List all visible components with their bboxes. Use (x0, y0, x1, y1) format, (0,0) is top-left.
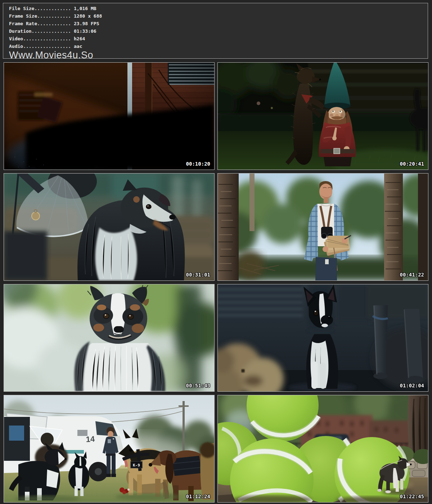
timestamp-overlay: 01:02:04 (400, 383, 424, 388)
tan-cheek-right (132, 324, 144, 333)
duty-belt (106, 454, 116, 456)
screenshot-thumb-8[interactable]: 01:22:45 (217, 395, 428, 503)
face (108, 431, 113, 437)
tan-brow-left (97, 305, 106, 310)
nose (114, 326, 124, 333)
timestamp-overlay: 01:12:24 (186, 494, 210, 499)
site-watermark: Www.Movies4u.So (9, 50, 428, 60)
timestamp-overlay: 01:22:45 (400, 494, 424, 499)
right-edge-dog (200, 442, 214, 500)
screenshot-thumb-1[interactable]: 00:10:20 (4, 62, 215, 170)
tan-brow (133, 196, 140, 203)
screenshot-thumb-7[interactable]: 14 (4, 395, 215, 503)
porch-steps (308, 63, 428, 120)
screenshot-grid: 00:10:20 (4, 62, 428, 503)
scene-art-tennis-balls (218, 395, 428, 502)
white-chin (321, 324, 328, 327)
left-eye (103, 314, 109, 319)
scene-art-gnome (218, 63, 428, 170)
boston-muzzle (321, 315, 333, 325)
thin-trunk (249, 174, 255, 231)
info-duration: Duration.............. 01:33:06 (9, 27, 428, 35)
info-audio: Audio................. aac (9, 42, 428, 50)
screenshot-thumb-6[interactable]: 01:02:04 (217, 284, 428, 392)
scene-art-aussie-portrait (4, 284, 214, 391)
k9-patch-label: K-9 (133, 463, 140, 468)
pine-trunk-right (384, 174, 403, 280)
blue-crate (9, 426, 24, 441)
screenshot-thumb-5[interactable]: 00:51:43 (4, 284, 215, 392)
scene-art-barn-dogs (4, 174, 214, 280)
nose (169, 215, 176, 220)
dog-tag (32, 212, 40, 220)
info-frame-rate: Frame Rate............ 23.98 FPS (9, 20, 428, 27)
timestamp-overlay: 00:41:22 (400, 272, 424, 278)
background-slats (218, 284, 302, 320)
info-frame-size: Frame Size............ 1280 x 688 (9, 12, 428, 20)
eye (146, 204, 151, 209)
gnome-boots (324, 157, 352, 166)
screenshot-thumb-4[interactable]: 00:41:22 (217, 173, 428, 281)
media-info-panel: File Size............. 1,016 MB Frame Si… (3, 3, 428, 59)
info-video: Video................. h264 (9, 35, 428, 42)
timestamp-overlay: 00:31:01 (186, 272, 210, 278)
scene-art-boston-terrier (218, 284, 428, 391)
pine-trunk-left (218, 174, 239, 280)
timestamp-overlay: 00:10:20 (186, 161, 210, 167)
large-dark-dog (367, 284, 428, 389)
scene-art-forest-man (218, 174, 428, 280)
info-file-size: File Size............. 1,016 MB (9, 5, 428, 12)
left-hand (323, 246, 328, 252)
scene-art-k9-field: 14 (4, 395, 214, 502)
front-leg-1 (311, 361, 318, 389)
screenshot-thumb-3[interactable]: 00:31:01 (4, 173, 215, 281)
right-eye (128, 314, 134, 319)
face (319, 184, 332, 199)
timestamp-overlay: 00:51:43 (186, 383, 210, 388)
scene-art-dark-garage (4, 63, 214, 170)
van-number: 14 (86, 435, 95, 444)
tan-cheek-left (93, 324, 104, 332)
white-chest (95, 228, 137, 280)
timestamp-overlay: 00:20:41 (400, 161, 424, 167)
belt-card (325, 259, 329, 264)
screenshot-thumb-2[interactable]: 00:20:41 (217, 62, 428, 170)
tan-brow-right (130, 304, 140, 311)
front-leg-2 (320, 363, 326, 389)
boston-eye (314, 310, 319, 316)
far-right-trunk (418, 174, 428, 280)
